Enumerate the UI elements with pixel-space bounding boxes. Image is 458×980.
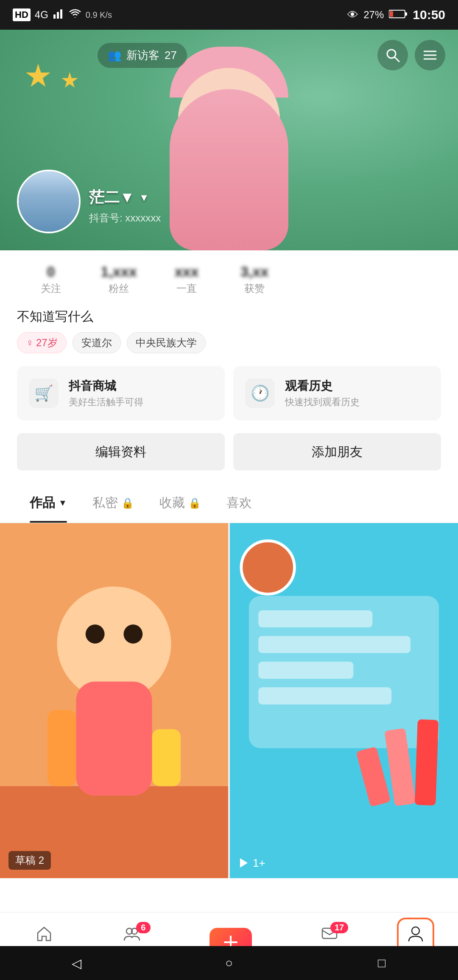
play-count-text: 1+ — [253, 857, 265, 870]
svg-rect-22 — [258, 636, 411, 653]
stat-likes[interactable]: 3,xx 获赞 — [221, 263, 288, 295]
battery-text: 27% — [363, 9, 384, 21]
thumb1-bg — [0, 523, 228, 878]
svg-rect-2 — [60, 9, 62, 19]
draft-label: 草稿 2 — [8, 851, 51, 870]
svg-point-16 — [123, 624, 142, 644]
friends-badge: 6 — [136, 922, 151, 933]
star-small — [61, 72, 78, 89]
svg-rect-1 — [57, 12, 59, 19]
svg-rect-5 — [390, 11, 393, 17]
svg-rect-18 — [152, 729, 181, 787]
stat-mutual[interactable]: xxx 一直 — [153, 263, 221, 295]
tab-works-label: 作品 — [30, 494, 55, 512]
signal-bars — [53, 8, 64, 22]
status-bar: HD 4G 0.9 K/s 👁 27% 10:50 — [0, 0, 458, 30]
svg-rect-4 — [405, 12, 407, 16]
user-avatar[interactable] — [17, 170, 81, 233]
private-lock-icon: 🔒 — [121, 497, 134, 509]
status-left-icons: HD 4G 0.9 K/s — [13, 8, 112, 22]
tag-location[interactable]: 安道尔 — [73, 332, 121, 353]
mutual-count: xxx — [175, 263, 199, 280]
history-icon: 🕐 — [245, 378, 275, 408]
user-id-display: 抖音号: xxxxxxx — [89, 211, 161, 225]
tags-row: ♀ 27岁 安道尔 中央民族大学 — [17, 332, 441, 353]
svg-marker-30 — [240, 858, 248, 868]
action-buttons: 编辑资料 添加朋友 — [0, 429, 458, 483]
content-grid: 草稿 2 — [0, 523, 458, 878]
username-display: 茫二▼ ▼ — [89, 187, 161, 208]
stat-followers[interactable]: 1,xxx 粉丝 — [85, 263, 153, 295]
tab-private-label: 私密 — [92, 494, 118, 512]
svg-rect-14 — [76, 682, 152, 796]
tab-works[interactable]: 作品 ▼ — [17, 483, 80, 523]
avatar-image — [19, 171, 79, 232]
status-right-icons: 👁 27% 10:50 — [347, 8, 445, 22]
shop-text: 抖音商城 美好生活触手可得 — [69, 378, 143, 409]
username-text: 茫二▼ — [89, 187, 135, 208]
history-subtitle: 快速找到观看历史 — [285, 396, 360, 409]
content-tabs: 作品 ▼ 私密 🔒 收藏 🔒 喜欢 — [0, 483, 458, 523]
svg-rect-0 — [53, 14, 56, 19]
stats-section: 0 关注 1,xxx 粉丝 xxx 一直 3,xx 获赞 — [0, 250, 458, 304]
following-count: 0 — [47, 263, 55, 280]
svg-point-15 — [86, 624, 105, 644]
history-title: 观看历史 — [285, 378, 360, 394]
back-button[interactable]: ◁ — [59, 950, 93, 976]
shop-card[interactable]: 🛒 抖音商城 美好生活触手可得 — [17, 366, 225, 420]
tab-private[interactable]: 私密 🔒 — [80, 483, 147, 523]
add-friend-button[interactable]: 添加朋友 — [233, 433, 441, 470]
battery-icon — [389, 8, 408, 22]
svg-rect-23 — [258, 662, 353, 679]
user-info-banner: 茫二▼ ▼ 抖音号: xxxxxxx — [89, 187, 161, 225]
wifi-icon — [69, 8, 81, 22]
messages-badge: 17 — [330, 922, 348, 933]
cartoon-character — [155, 72, 303, 250]
tab-works-arrow: ▼ — [59, 498, 67, 508]
stat-following[interactable]: 0 关注 — [17, 263, 85, 295]
clock-time: 10:50 — [413, 8, 445, 22]
followers-count: 1,xxx — [101, 263, 137, 280]
thumb2-bg — [230, 523, 458, 878]
tab-likes[interactable]: 喜欢 — [214, 483, 265, 523]
tab-likes-label: 喜欢 — [226, 494, 252, 512]
visitors-button[interactable]: 👥 新访客 27 — [98, 43, 187, 68]
signal-4g: 4G — [35, 9, 48, 21]
bio-text: 不知道写什么 — [17, 308, 441, 325]
stats-row: 0 关注 1,xxx 粉丝 xxx 一直 3,xx 获赞 — [17, 263, 441, 295]
avatar-area: 茫二▼ ▼ 抖音号: xxxxxxx — [17, 170, 161, 233]
eye-icon: 👁 — [347, 8, 358, 22]
tag-age[interactable]: ♀ 27岁 — [17, 332, 67, 353]
grid-item-draft[interactable]: 草稿 2 — [0, 523, 228, 878]
shop-subtitle: 美好生活触手可得 — [69, 396, 143, 409]
favorites-lock-icon: 🔒 — [188, 497, 201, 509]
svg-rect-21 — [258, 610, 372, 627]
history-text: 观看历史 快速找到观看历史 — [285, 378, 360, 409]
svg-rect-24 — [258, 687, 391, 704]
search-button[interactable] — [377, 40, 408, 70]
shop-title: 抖音商城 — [69, 378, 143, 394]
svg-line-7 — [395, 57, 399, 62]
speed-text: 0.9 K/s — [86, 10, 112, 20]
top-navigation: 👥 新访客 27 — [0, 30, 458, 72]
bio-section: 不知道写什么 ♀ 27岁 安道尔 中央民族大学 — [0, 304, 458, 362]
following-label: 关注 — [41, 282, 61, 295]
home-button[interactable]: ○ — [212, 950, 246, 976]
username-chevron: ▼ — [139, 192, 149, 204]
tab-favorites[interactable]: 收藏 🔒 — [147, 483, 214, 523]
followers-label: 粉丝 — [109, 282, 129, 295]
recents-button[interactable]: □ — [365, 950, 399, 976]
system-nav: ◁ ○ □ — [0, 946, 458, 980]
edit-profile-button[interactable]: 编辑资料 — [17, 433, 225, 470]
grid-item-video[interactable]: 1+ — [230, 523, 458, 878]
svg-rect-17 — [47, 710, 76, 786]
tag-school[interactable]: 中央民族大学 — [127, 332, 206, 353]
video-play-count: 1+ — [238, 857, 265, 870]
menu-button[interactable] — [415, 40, 445, 70]
tab-favorites-label: 收藏 — [159, 494, 185, 512]
likes-label: 获赞 — [244, 282, 265, 295]
svg-rect-29 — [415, 719, 438, 805]
shop-icon: 🛒 — [29, 378, 59, 408]
gender-icon: ♀ — [26, 337, 34, 349]
history-card[interactable]: 🕐 观看历史 快速找到观看历史 — [233, 366, 441, 420]
